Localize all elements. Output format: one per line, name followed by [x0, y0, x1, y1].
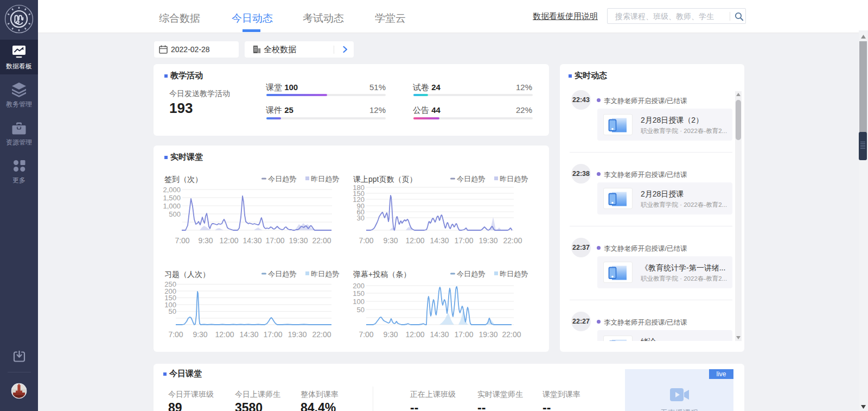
svg-text:昨日趋势: 昨日趋势 [311, 270, 339, 278]
svg-text:习题（人次）: 习题（人次） [164, 270, 210, 279]
svg-text:22:00: 22:00 [312, 236, 331, 244]
svg-text:9:30: 9:30 [383, 330, 398, 339]
svg-text:17:00: 17:00 [454, 330, 473, 339]
svg-text:22:00: 22:00 [503, 236, 522, 244]
svg-text:12:00: 12:00 [405, 236, 424, 244]
svg-text:9:30: 9:30 [198, 236, 213, 244]
svg-text:今日趋势: 今日趋势 [268, 175, 296, 183]
svg-text:19:30: 19:30 [478, 330, 497, 339]
svg-text:50: 50 [169, 307, 176, 315]
svg-text:12:00: 12:00 [219, 236, 238, 244]
svg-text:17:00: 17:00 [263, 330, 282, 339]
svg-text:500: 500 [169, 210, 181, 218]
svg-text:50: 50 [357, 306, 365, 314]
svg-text:19:30: 19:30 [289, 236, 308, 244]
svg-text:7:00: 7:00 [175, 236, 189, 244]
svg-text:100: 100 [353, 298, 365, 306]
svg-text:昨日趋势: 昨日趋势 [311, 175, 339, 183]
svg-text:7:00: 7:00 [359, 330, 373, 339]
svg-text:150: 150 [353, 289, 365, 298]
svg-text:今日趋势: 今日趋势 [268, 270, 296, 278]
svg-text:14:30: 14:30 [430, 330, 449, 339]
svg-text:9:30: 9:30 [383, 236, 398, 244]
svg-text:12:00: 12:00 [215, 330, 234, 339]
svg-text:12:00: 12:00 [405, 330, 424, 339]
svg-text:今日趋势: 今日趋势 [457, 270, 485, 278]
svg-text:17:00: 17:00 [265, 236, 284, 244]
svg-text:1,000: 1,000 [163, 202, 181, 210]
svg-text:7:00: 7:00 [359, 236, 373, 244]
svg-text:14:30: 14:30 [239, 330, 258, 339]
svg-text:19:30: 19:30 [288, 330, 307, 339]
svg-text:14:30: 14:30 [242, 236, 261, 244]
svg-text:200: 200 [353, 282, 365, 290]
svg-text:2,000: 2,000 [163, 186, 181, 194]
svg-text:弹幕+投稿（条）: 弹幕+投稿（条） [353, 270, 411, 279]
svg-text:14:30: 14:30 [430, 236, 449, 244]
svg-text:17:00: 17:00 [454, 236, 473, 244]
svg-text:课上ppt页数（页）: 课上ppt页数（页） [353, 175, 417, 184]
svg-text:7:00: 7:00 [168, 330, 183, 339]
svg-text:签到（次）: 签到（次） [164, 175, 202, 184]
svg-text:22:00: 22:00 [502, 330, 521, 339]
svg-text:19:30: 19:30 [478, 236, 497, 244]
svg-text:22:00: 22:00 [312, 330, 331, 339]
svg-text:今日趋势: 今日趋势 [457, 175, 485, 183]
svg-text:9:30: 9:30 [193, 330, 207, 339]
svg-text:昨日趋势: 昨日趋势 [500, 270, 528, 278]
svg-text:1,500: 1,500 [163, 194, 181, 202]
svg-text:30: 30 [357, 214, 365, 222]
svg-text:昨日趋势: 昨日趋势 [500, 175, 528, 183]
